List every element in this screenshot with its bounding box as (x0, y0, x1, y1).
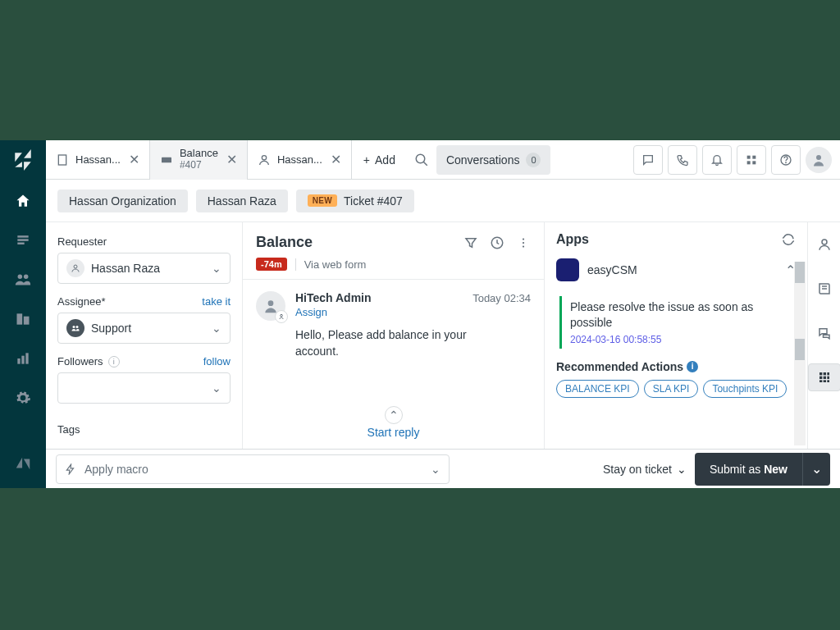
followers-select[interactable]: ⌄ (57, 372, 231, 404)
svg-point-4 (24, 275, 28, 280)
chat-icon (641, 153, 655, 167)
svg-rect-36 (823, 372, 825, 375)
submit-prefix: Submit as (710, 463, 760, 476)
chat-icon (817, 326, 832, 340)
submit-button-group: Submit as New ⌄ (695, 453, 830, 486)
take-it-link[interactable]: take it (202, 295, 231, 308)
assignee-select[interactable]: Support ⌄ (57, 313, 231, 344)
conversations-button[interactable]: Conversations 0 (436, 145, 551, 175)
crumb-ticket[interactable]: NEW Ticket #407 (296, 189, 414, 212)
filter-button[interactable] (463, 235, 478, 250)
book-icon (817, 281, 832, 296)
alert-text: Please resolve the issue as soon as poss… (570, 299, 792, 331)
svg-rect-10 (58, 155, 66, 165)
svg-rect-42 (823, 380, 825, 382)
assign-link[interactable]: Assign (295, 306, 531, 318)
info-icon: i (108, 356, 120, 368)
crumb-ticket-label: Ticket #407 (344, 194, 403, 208)
info-icon[interactable]: i (687, 361, 698, 372)
nav-customers-icon[interactable] (0, 262, 46, 298)
crumb-org[interactable]: Hassan Organization (57, 189, 188, 212)
chevron-down-icon: ⌄ (212, 322, 221, 335)
svg-rect-41 (819, 380, 822, 382)
rec-action-chip[interactable]: SLA KPI (644, 380, 699, 398)
follow-link[interactable]: follow (203, 355, 231, 368)
apps-grid-button[interactable] (737, 145, 766, 175)
grid-icon (745, 153, 758, 167)
rail-chat[interactable] (808, 319, 841, 347)
refresh-button[interactable] (781, 232, 796, 247)
profile-avatar[interactable] (806, 147, 832, 173)
svg-rect-39 (823, 377, 825, 379)
chevron-down-icon: ⌄ (677, 463, 687, 476)
history-icon (490, 235, 504, 250)
svg-rect-1 (17, 239, 28, 241)
tab-ticket[interactable]: Balance #407 ✕ (150, 140, 248, 180)
rail-apps[interactable] (808, 363, 841, 391)
nav-orgs-icon[interactable] (0, 301, 46, 337)
group-icon (66, 319, 84, 337)
refresh-icon (781, 232, 796, 247)
tab-org[interactable]: Hassan... ✕ (46, 140, 150, 180)
rec-action-chip[interactable]: Touchpints KPI (703, 380, 787, 398)
left-nav (0, 140, 46, 488)
svg-rect-8 (21, 356, 24, 364)
close-icon[interactable]: ✕ (127, 150, 141, 169)
message-body: Hello, Please add balance in your accoun… (295, 326, 509, 360)
requester-select[interactable]: Hassan Raza ⌄ (57, 253, 231, 284)
events-button[interactable] (490, 235, 504, 250)
nav-views-icon[interactable] (0, 222, 46, 258)
svg-rect-7 (17, 358, 20, 364)
conversations-label: Conversations (446, 153, 520, 167)
submit-dropdown[interactable]: ⌄ (802, 453, 830, 486)
help-icon (779, 153, 792, 167)
more-button[interactable] (516, 235, 531, 250)
conversation-header: Balance -74m Via web form (243, 222, 544, 280)
message-author: HiTech Admin (295, 291, 372, 304)
nav-reports-icon[interactable] (0, 340, 46, 377)
start-reply-button[interactable]: ⌃ Start reply (243, 398, 544, 449)
message-time: Today 02:34 (472, 292, 531, 304)
apply-macro-select[interactable]: Apply macro ⌄ (56, 454, 450, 484)
phone-icon (676, 153, 689, 167)
nav-zendesk-icon[interactable] (0, 445, 46, 482)
main-area: Hassan... ✕ Balance #407 ✕ Hassan... ✕ +… (46, 140, 840, 488)
rail-knowledge[interactable] (808, 275, 841, 303)
funnel-icon (463, 235, 478, 250)
kebab-icon (516, 235, 531, 250)
nav-settings-icon[interactable] (0, 380, 46, 416)
svg-point-32 (822, 240, 827, 244)
alert-timestamp: 2024-03-16 00:58:55 (570, 334, 792, 345)
svg-rect-5 (17, 313, 23, 324)
close-icon[interactable]: ✕ (329, 150, 343, 169)
tab-user[interactable]: Hassan... ✕ (248, 140, 352, 180)
svg-rect-17 (747, 155, 751, 158)
notifications-button[interactable] (702, 145, 732, 175)
call-button[interactable] (668, 145, 697, 175)
app-card-header[interactable]: easyCSM ⌃ (556, 258, 796, 281)
svg-line-16 (423, 162, 427, 166)
add-tab-button[interactable]: + Add (352, 140, 407, 180)
nav-home-icon[interactable] (0, 183, 46, 219)
search-button[interactable] (407, 145, 436, 175)
chevron-down-icon: ⌄ (212, 381, 221, 395)
scrollbar[interactable] (794, 262, 806, 445)
assignee-value: Support (91, 322, 131, 335)
scrollbar-thumb[interactable] (795, 339, 805, 360)
svg-point-27 (523, 238, 524, 240)
alert-card: Please resolve the issue as soon as poss… (559, 296, 792, 349)
scrollbar-thumb[interactable] (795, 262, 805, 283)
stay-on-ticket-select[interactable]: Stay on ticket ⌄ (603, 463, 687, 476)
rail-user[interactable] (808, 231, 841, 258)
svg-point-30 (268, 300, 274, 306)
stay-label: Stay on ticket (603, 463, 672, 476)
help-button[interactable] (771, 145, 801, 175)
conversations-count: 0 (526, 153, 541, 167)
tags-label: Tags (57, 423, 231, 436)
crumb-user[interactable]: Hassan Raza (196, 189, 288, 212)
rec-action-chip[interactable]: BALANCE KPI (556, 380, 639, 398)
submit-button[interactable]: Submit as New (695, 453, 802, 486)
tab-subtitle: #407 (180, 160, 218, 171)
chat-button[interactable] (633, 145, 663, 175)
close-icon[interactable]: ✕ (225, 150, 239, 169)
